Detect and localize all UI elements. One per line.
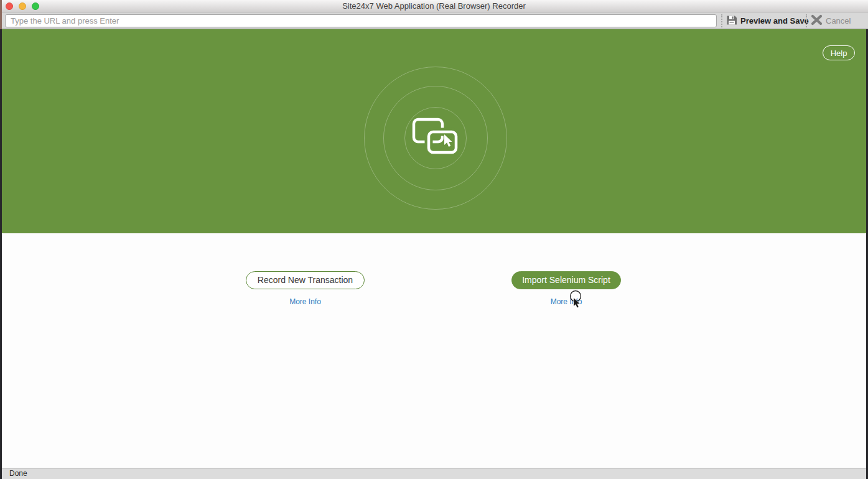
url-input[interactable] <box>5 14 717 27</box>
status-text: Done <box>9 469 27 478</box>
window-edge-top-left <box>0 0 2 29</box>
more-info-link-record[interactable]: More Info <box>246 297 365 306</box>
preview-and-save-button[interactable]: Preview and Save <box>726 12 809 29</box>
import-selenium-script-button[interactable]: Import Selenium Script <box>511 271 621 289</box>
window-title: Site24x7 Web Application (Real Browser) … <box>0 0 868 12</box>
title-bar: Site24x7 Web Application (Real Browser) … <box>0 0 868 12</box>
main-content: Help Record New Transaction Import Selen… <box>2 29 866 479</box>
more-info-link-import[interactable]: More Info <box>511 297 621 306</box>
x-icon <box>811 14 823 27</box>
toolbar-separator <box>721 14 722 27</box>
hero-banner: Help <box>2 29 866 233</box>
cancel-label: Cancel <box>826 16 851 26</box>
record-new-transaction-button[interactable]: Record New Transaction <box>246 271 365 289</box>
toolbar-separator <box>806 14 807 27</box>
preview-and-save-label: Preview and Save <box>740 16 809 26</box>
toolbar: Preview and Save Cancel <box>0 12 868 29</box>
cancel-button[interactable]: Cancel <box>811 12 851 29</box>
save-floppy-icon <box>726 15 737 27</box>
record-screens-cursor-icon <box>412 118 459 159</box>
status-bar: Done <box>2 468 868 479</box>
help-button[interactable]: Help <box>823 45 855 60</box>
window-edge-left <box>0 29 2 479</box>
